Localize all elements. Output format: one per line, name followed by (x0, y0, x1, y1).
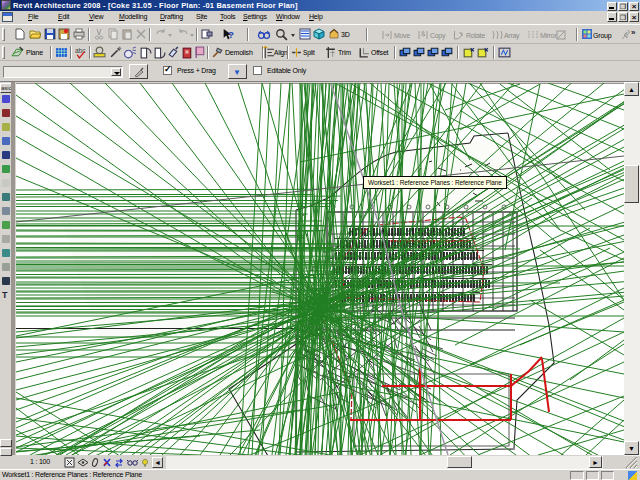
svg-text:?: ? (228, 29, 234, 40)
